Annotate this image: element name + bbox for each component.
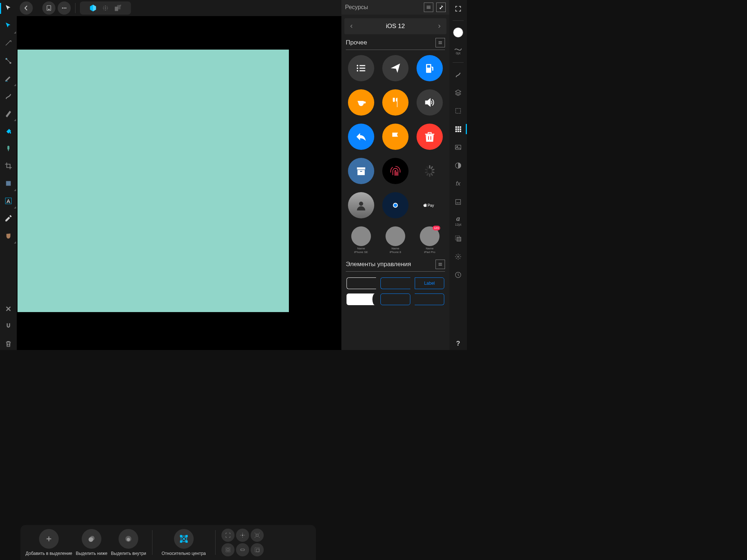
- persona-switcher[interactable]: [80, 1, 131, 15]
- point-transform-tool[interactable]: [2, 37, 15, 50]
- svg-line-48: [427, 167, 428, 168]
- crop-tool[interactable]: [2, 160, 15, 172]
- svg-point-19: [104, 6, 104, 7]
- fx-studio[interactable]: fx: [452, 177, 465, 190]
- brushes-studio[interactable]: [452, 68, 465, 81]
- control-outline-blue[interactable]: [380, 293, 410, 305]
- control-segment-filled[interactable]: [347, 293, 376, 305]
- svg-rect-35: [430, 136, 431, 140]
- right-sidebar: 0pt fx a12pt ?: [449, 0, 467, 350]
- svg-point-27: [357, 67, 358, 69]
- stylus-tool[interactable]: [2, 142, 15, 155]
- pixel-persona-icon: [101, 4, 109, 12]
- svg-rect-55: [456, 127, 457, 128]
- svg-point-16: [107, 8, 108, 9]
- close-tool[interactable]: [2, 303, 15, 315]
- svg-rect-34: [428, 136, 429, 140]
- document-menu-button[interactable]: [42, 1, 55, 15]
- svg-point-11: [62, 8, 63, 9]
- control-segment-blue[interactable]: [380, 277, 410, 289]
- placeholder-ipad-pro[interactable]: 123: [420, 226, 440, 246]
- move-tool[interactable]: [2, 2, 15, 15]
- eyedropper-tool[interactable]: [2, 212, 15, 225]
- control-segment-label[interactable]: Label: [415, 277, 444, 289]
- left-toolbar: A: [0, 0, 17, 350]
- fuel-pump-icon[interactable]: [417, 55, 443, 81]
- transform-studio[interactable]: [452, 232, 465, 245]
- canvas-area[interactable]: [17, 16, 341, 350]
- coffee-cup-icon[interactable]: [348, 89, 374, 116]
- shape-tool[interactable]: [2, 177, 15, 190]
- layers-studio[interactable]: [452, 86, 465, 99]
- text-studio[interactable]: a12pt: [452, 214, 465, 227]
- node-tool[interactable]: [2, 20, 15, 32]
- text-tool[interactable]: A: [2, 195, 15, 207]
- section-menu-button[interactable]: [436, 38, 445, 47]
- svg-rect-59: [457, 128, 459, 130]
- history-studio[interactable]: [452, 268, 465, 281]
- svg-line-40: [431, 167, 432, 168]
- svg-rect-58: [456, 128, 457, 130]
- panel-list-view-button[interactable]: [424, 3, 433, 12]
- placeholder-iphone-8[interactable]: [386, 226, 405, 246]
- svg-point-20: [107, 6, 108, 7]
- assets-studio-button[interactable]: [452, 122, 465, 136]
- fingerprint-icon[interactable]: [382, 158, 409, 184]
- panel-pin-button[interactable]: [436, 3, 446, 12]
- svg-point-22: [107, 9, 108, 10]
- list-icon[interactable]: [348, 55, 374, 81]
- svg-line-45: [427, 174, 428, 175]
- corner-tool[interactable]: [2, 55, 15, 67]
- pencil-tool[interactable]: [2, 72, 15, 85]
- record-dot-icon[interactable]: [382, 192, 409, 218]
- fork-knife-icon[interactable]: [382, 89, 409, 116]
- fill-tool[interactable]: [2, 125, 15, 137]
- svg-line-41: [432, 170, 434, 170]
- help-button[interactable]: ?: [452, 337, 465, 350]
- speaker-icon[interactable]: [417, 89, 443, 116]
- category-next-button[interactable]: [435, 23, 444, 29]
- svg-point-69: [459, 203, 460, 203]
- fullscreen-button[interactable]: [452, 2, 465, 15]
- svg-line-43: [431, 174, 432, 175]
- spinner-icon[interactable]: [417, 158, 443, 184]
- color-swatch[interactable]: [452, 26, 465, 39]
- reply-arrow-icon[interactable]: [348, 124, 374, 150]
- flag-icon[interactable]: [382, 124, 409, 150]
- section-menu-button[interactable]: [436, 260, 445, 269]
- svg-line-42: [432, 172, 434, 172]
- pan-tool[interactable]: [2, 230, 15, 242]
- category-prev-button[interactable]: [347, 23, 356, 29]
- navigation-arrow-icon[interactable]: [382, 55, 409, 81]
- avatar-silhouette-icon[interactable]: [348, 192, 374, 218]
- archive-box-icon[interactable]: [348, 158, 374, 184]
- svg-rect-57: [460, 127, 461, 128]
- stock-studio[interactable]: [452, 141, 465, 154]
- svg-rect-32: [427, 65, 430, 68]
- vector-brush-tool[interactable]: [2, 90, 15, 102]
- svg-rect-36: [357, 167, 365, 170]
- adjustments-studio[interactable]: [452, 159, 465, 172]
- selection-studio[interactable]: [452, 104, 465, 117]
- asset-category-selector[interactable]: iOS 12: [344, 18, 446, 34]
- stroke-studio[interactable]: 0pt: [452, 44, 465, 57]
- svg-text:A: A: [7, 198, 10, 204]
- trash-icon[interactable]: [417, 124, 443, 150]
- delete-tool[interactable]: [2, 338, 15, 350]
- svg-rect-62: [457, 131, 459, 132]
- constraints-studio[interactable]: [452, 195, 465, 209]
- navigator-studio[interactable]: [452, 250, 465, 263]
- back-button[interactable]: [20, 1, 33, 15]
- artboard[interactable]: [18, 50, 289, 312]
- control-outline-right[interactable]: [415, 293, 444, 305]
- apple-pay-icon[interactable]: Pay: [417, 192, 443, 218]
- placeholder-iphone-se[interactable]: [351, 226, 371, 246]
- snap-tool[interactable]: [2, 320, 15, 332]
- svg-point-0: [6, 58, 7, 60]
- svg-rect-63: [460, 131, 461, 132]
- pen-tool[interactable]: [2, 107, 15, 120]
- more-menu-button[interactable]: [58, 1, 71, 15]
- control-segment-left[interactable]: [347, 277, 376, 289]
- svg-rect-26: [360, 65, 365, 66]
- svg-point-12: [64, 8, 65, 9]
